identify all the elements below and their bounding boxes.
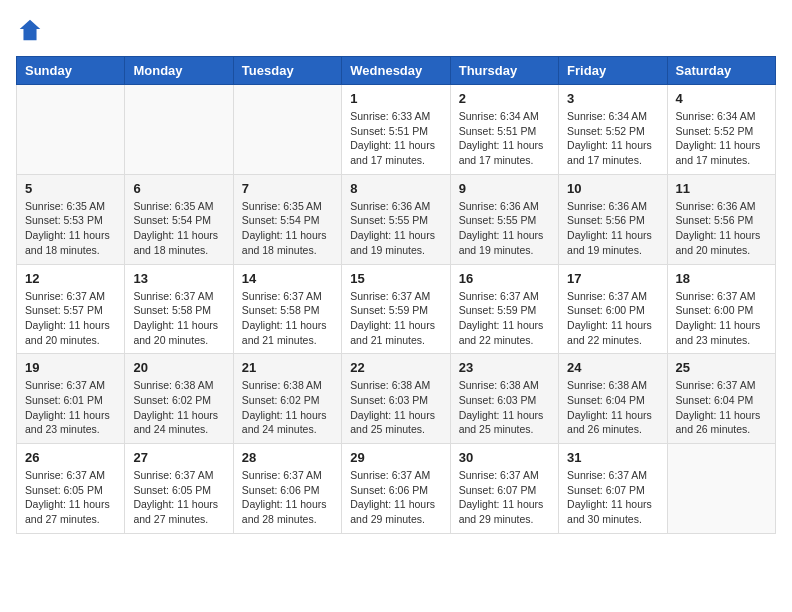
calendar-cell bbox=[233, 85, 341, 175]
calendar-cell: 1Sunrise: 6:33 AM Sunset: 5:51 PM Daylig… bbox=[342, 85, 450, 175]
calendar-cell: 30Sunrise: 6:37 AM Sunset: 6:07 PM Dayli… bbox=[450, 444, 558, 534]
calendar-cell: 22Sunrise: 6:38 AM Sunset: 6:03 PM Dayli… bbox=[342, 354, 450, 444]
day-number: 31 bbox=[567, 450, 658, 465]
day-info: Sunrise: 6:34 AM Sunset: 5:51 PM Dayligh… bbox=[459, 109, 550, 168]
day-info: Sunrise: 6:35 AM Sunset: 5:54 PM Dayligh… bbox=[133, 199, 224, 258]
day-number: 12 bbox=[25, 271, 116, 286]
day-number: 13 bbox=[133, 271, 224, 286]
day-number: 7 bbox=[242, 181, 333, 196]
day-number: 16 bbox=[459, 271, 550, 286]
day-info: Sunrise: 6:37 AM Sunset: 6:06 PM Dayligh… bbox=[242, 468, 333, 527]
calendar-cell: 16Sunrise: 6:37 AM Sunset: 5:59 PM Dayli… bbox=[450, 264, 558, 354]
logo-icon bbox=[16, 16, 44, 44]
calendar-cell: 10Sunrise: 6:36 AM Sunset: 5:56 PM Dayli… bbox=[559, 174, 667, 264]
day-info: Sunrise: 6:37 AM Sunset: 5:57 PM Dayligh… bbox=[25, 289, 116, 348]
logo bbox=[16, 16, 48, 44]
day-number: 18 bbox=[676, 271, 767, 286]
calendar-cell: 5Sunrise: 6:35 AM Sunset: 5:53 PM Daylig… bbox=[17, 174, 125, 264]
day-number: 22 bbox=[350, 360, 441, 375]
calendar-cell: 8Sunrise: 6:36 AM Sunset: 5:55 PM Daylig… bbox=[342, 174, 450, 264]
day-number: 26 bbox=[25, 450, 116, 465]
calendar-cell: 26Sunrise: 6:37 AM Sunset: 6:05 PM Dayli… bbox=[17, 444, 125, 534]
day-number: 5 bbox=[25, 181, 116, 196]
day-number: 3 bbox=[567, 91, 658, 106]
day-info: Sunrise: 6:36 AM Sunset: 5:55 PM Dayligh… bbox=[459, 199, 550, 258]
day-number: 23 bbox=[459, 360, 550, 375]
day-info: Sunrise: 6:38 AM Sunset: 6:04 PM Dayligh… bbox=[567, 378, 658, 437]
day-info: Sunrise: 6:38 AM Sunset: 6:03 PM Dayligh… bbox=[459, 378, 550, 437]
day-number: 15 bbox=[350, 271, 441, 286]
weekday-header-wednesday: Wednesday bbox=[342, 57, 450, 85]
calendar-cell: 7Sunrise: 6:35 AM Sunset: 5:54 PM Daylig… bbox=[233, 174, 341, 264]
calendar-week-row: 26Sunrise: 6:37 AM Sunset: 6:05 PM Dayli… bbox=[17, 444, 776, 534]
calendar-cell: 17Sunrise: 6:37 AM Sunset: 6:00 PM Dayli… bbox=[559, 264, 667, 354]
day-number: 29 bbox=[350, 450, 441, 465]
calendar-cell: 3Sunrise: 6:34 AM Sunset: 5:52 PM Daylig… bbox=[559, 85, 667, 175]
day-info: Sunrise: 6:37 AM Sunset: 6:04 PM Dayligh… bbox=[676, 378, 767, 437]
day-number: 2 bbox=[459, 91, 550, 106]
day-info: Sunrise: 6:38 AM Sunset: 6:02 PM Dayligh… bbox=[242, 378, 333, 437]
day-info: Sunrise: 6:36 AM Sunset: 5:55 PM Dayligh… bbox=[350, 199, 441, 258]
day-number: 27 bbox=[133, 450, 224, 465]
calendar-cell: 27Sunrise: 6:37 AM Sunset: 6:05 PM Dayli… bbox=[125, 444, 233, 534]
calendar-cell: 4Sunrise: 6:34 AM Sunset: 5:52 PM Daylig… bbox=[667, 85, 775, 175]
day-number: 6 bbox=[133, 181, 224, 196]
day-number: 10 bbox=[567, 181, 658, 196]
day-info: Sunrise: 6:37 AM Sunset: 6:05 PM Dayligh… bbox=[133, 468, 224, 527]
day-number: 25 bbox=[676, 360, 767, 375]
day-info: Sunrise: 6:36 AM Sunset: 5:56 PM Dayligh… bbox=[567, 199, 658, 258]
calendar-cell: 19Sunrise: 6:37 AM Sunset: 6:01 PM Dayli… bbox=[17, 354, 125, 444]
calendar-cell: 20Sunrise: 6:38 AM Sunset: 6:02 PM Dayli… bbox=[125, 354, 233, 444]
calendar-week-row: 12Sunrise: 6:37 AM Sunset: 5:57 PM Dayli… bbox=[17, 264, 776, 354]
weekday-header-friday: Friday bbox=[559, 57, 667, 85]
calendar-cell: 18Sunrise: 6:37 AM Sunset: 6:00 PM Dayli… bbox=[667, 264, 775, 354]
day-number: 8 bbox=[350, 181, 441, 196]
weekday-header-tuesday: Tuesday bbox=[233, 57, 341, 85]
day-number: 28 bbox=[242, 450, 333, 465]
day-info: Sunrise: 6:35 AM Sunset: 5:53 PM Dayligh… bbox=[25, 199, 116, 258]
day-info: Sunrise: 6:34 AM Sunset: 5:52 PM Dayligh… bbox=[567, 109, 658, 168]
day-info: Sunrise: 6:36 AM Sunset: 5:56 PM Dayligh… bbox=[676, 199, 767, 258]
day-info: Sunrise: 6:37 AM Sunset: 5:58 PM Dayligh… bbox=[242, 289, 333, 348]
calendar-cell bbox=[667, 444, 775, 534]
day-number: 11 bbox=[676, 181, 767, 196]
day-info: Sunrise: 6:37 AM Sunset: 6:05 PM Dayligh… bbox=[25, 468, 116, 527]
day-number: 21 bbox=[242, 360, 333, 375]
calendar-cell: 23Sunrise: 6:38 AM Sunset: 6:03 PM Dayli… bbox=[450, 354, 558, 444]
calendar-cell: 14Sunrise: 6:37 AM Sunset: 5:58 PM Dayli… bbox=[233, 264, 341, 354]
day-info: Sunrise: 6:38 AM Sunset: 6:03 PM Dayligh… bbox=[350, 378, 441, 437]
calendar-cell bbox=[17, 85, 125, 175]
day-number: 17 bbox=[567, 271, 658, 286]
calendar-cell: 6Sunrise: 6:35 AM Sunset: 5:54 PM Daylig… bbox=[125, 174, 233, 264]
calendar-cell: 15Sunrise: 6:37 AM Sunset: 5:59 PM Dayli… bbox=[342, 264, 450, 354]
calendar-week-row: 5Sunrise: 6:35 AM Sunset: 5:53 PM Daylig… bbox=[17, 174, 776, 264]
day-info: Sunrise: 6:35 AM Sunset: 5:54 PM Dayligh… bbox=[242, 199, 333, 258]
day-number: 1 bbox=[350, 91, 441, 106]
calendar-cell: 13Sunrise: 6:37 AM Sunset: 5:58 PM Dayli… bbox=[125, 264, 233, 354]
weekday-header-monday: Monday bbox=[125, 57, 233, 85]
day-info: Sunrise: 6:38 AM Sunset: 6:02 PM Dayligh… bbox=[133, 378, 224, 437]
day-number: 9 bbox=[459, 181, 550, 196]
day-number: 19 bbox=[25, 360, 116, 375]
weekday-header-sunday: Sunday bbox=[17, 57, 125, 85]
calendar-cell: 24Sunrise: 6:38 AM Sunset: 6:04 PM Dayli… bbox=[559, 354, 667, 444]
calendar-cell: 12Sunrise: 6:37 AM Sunset: 5:57 PM Dayli… bbox=[17, 264, 125, 354]
calendar-week-row: 1Sunrise: 6:33 AM Sunset: 5:51 PM Daylig… bbox=[17, 85, 776, 175]
calendar-cell: 2Sunrise: 6:34 AM Sunset: 5:51 PM Daylig… bbox=[450, 85, 558, 175]
calendar-cell: 28Sunrise: 6:37 AM Sunset: 6:06 PM Dayli… bbox=[233, 444, 341, 534]
calendar-cell: 9Sunrise: 6:36 AM Sunset: 5:55 PM Daylig… bbox=[450, 174, 558, 264]
calendar-week-row: 19Sunrise: 6:37 AM Sunset: 6:01 PM Dayli… bbox=[17, 354, 776, 444]
weekday-header-thursday: Thursday bbox=[450, 57, 558, 85]
calendar-cell: 31Sunrise: 6:37 AM Sunset: 6:07 PM Dayli… bbox=[559, 444, 667, 534]
calendar-cell: 11Sunrise: 6:36 AM Sunset: 5:56 PM Dayli… bbox=[667, 174, 775, 264]
day-info: Sunrise: 6:37 AM Sunset: 6:07 PM Dayligh… bbox=[459, 468, 550, 527]
day-number: 14 bbox=[242, 271, 333, 286]
calendar-cell: 29Sunrise: 6:37 AM Sunset: 6:06 PM Dayli… bbox=[342, 444, 450, 534]
day-info: Sunrise: 6:37 AM Sunset: 6:06 PM Dayligh… bbox=[350, 468, 441, 527]
day-info: Sunrise: 6:34 AM Sunset: 5:52 PM Dayligh… bbox=[676, 109, 767, 168]
day-number: 4 bbox=[676, 91, 767, 106]
page-header bbox=[16, 16, 776, 44]
calendar-cell: 25Sunrise: 6:37 AM Sunset: 6:04 PM Dayli… bbox=[667, 354, 775, 444]
day-number: 20 bbox=[133, 360, 224, 375]
day-info: Sunrise: 6:37 AM Sunset: 6:00 PM Dayligh… bbox=[567, 289, 658, 348]
